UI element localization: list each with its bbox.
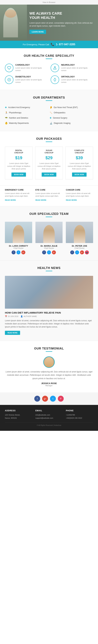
dept-surgery-label: General Surgery: [53, 117, 67, 119]
pinterest-social-button[interactable]: P: [58, 396, 64, 402]
book-complete-button[interactable]: BOOK NOW: [72, 172, 87, 176]
testimonial-avatar-img: [45, 357, 53, 367]
team-member-lara: Dr. LARA CHRISTY Chief Doctor f t g+: [5, 222, 32, 254]
cardiology-desc: Lorem ipsum dolor sit amet ligula cursus: [15, 67, 47, 72]
peter-name: Dr. PETER JOE: [66, 245, 93, 247]
peter-facebook-button[interactable]: f: [70, 250, 74, 254]
dept-maternity-icon: 👶: [5, 122, 8, 124]
neurology-name: NEUROLOGY: [61, 64, 93, 66]
packages-title: OUR PACKAGES: [5, 137, 93, 140]
footer-email-title: EMAIL: [35, 410, 63, 412]
package-sugar-price: $29: [37, 155, 61, 160]
care-cancer-title: CANCER CARE: [66, 189, 93, 191]
dept-physio-label: Physiotherapy: [9, 112, 21, 114]
dept-accident-icon: ✚: [5, 106, 7, 109]
dept-imaging-icon: 🔬: [50, 122, 52, 124]
package-complete-desc: Lorem ipsum dolor Eget cursus elit Integ…: [68, 162, 91, 170]
orthology-info: ORTHOLOGY Lorem ipsum dolor sit amet lig…: [61, 76, 93, 84]
news-read-more-button[interactable]: READ MORE: [5, 331, 20, 335]
emergency-phone[interactable]: 1- 877-947-3285: [56, 43, 75, 46]
twitter-social-button[interactable]: t: [50, 396, 56, 402]
speciality-item-orthology: ORTHOLOGY Lorem ipsum dolor sit amet lig…: [51, 76, 93, 84]
dept-surgery-icon: ✚: [50, 116, 52, 119]
hero-section: WE ALWAYS CARE YOUR HEALTH Lorem ipsum d…: [0, 4, 98, 41]
care-eye: EYE CARE Lorem ipsum dolor sit amet elit…: [35, 189, 63, 201]
peter-photo: [66, 222, 93, 243]
speciality-grid: CARDIOLOGY Lorem ipsum dolor sit amet li…: [5, 64, 93, 84]
peter-twitter-button[interactable]: t: [75, 250, 79, 254]
social-bar: f g+ t P: [0, 392, 98, 405]
package-complete: COMPLETE CHECKUP $39 Lorem ipsum dolor E…: [65, 146, 93, 180]
dept-ortho: 🦴 Orthopaedics: [50, 111, 93, 115]
lara-facebook-button[interactable]: f: [12, 250, 15, 254]
care-section: EMERGENCY CARE Lorem ipsum dolor sit ame…: [0, 186, 98, 206]
maria-name: Dr. MARIA JULIE: [35, 245, 63, 247]
facebook-social-button[interactable]: f: [34, 396, 40, 402]
dept-accident: ✚ Accident And Emergency: [5, 106, 48, 110]
dept-ortho-label: Orthopaedics: [54, 112, 65, 114]
care-emergency-title: EMERGENCY CARE: [5, 189, 32, 191]
team-divider: [46, 217, 52, 217]
footer-email-text: info@website.comsupport@website.com: [35, 414, 63, 420]
dept-ent: 👂 Ear Nose And Throat (ENT): [50, 106, 93, 110]
package-dental-type: CHECKUP: [7, 152, 30, 154]
package-complete-type: CHECKUP: [68, 152, 91, 154]
lara-twitter-button[interactable]: t: [16, 250, 20, 254]
diabetology-info: DIABETOLOGY Lorem ipsum dolor sit amet l…: [15, 76, 47, 84]
packages-grid: DENTAL CHECKUP $19 Lorem ipsum dolor Ege…: [5, 146, 93, 180]
orthology-name: ORTHOLOGY: [61, 76, 93, 78]
care-eye-link[interactable]: READ MORE: [35, 199, 46, 201]
news-author-text: AUTHOR NAME: [24, 315, 37, 317]
neurology-info: NEUROLOGY Lorem ipsum dolor sit amet lig…: [61, 64, 93, 72]
peter-instagram-button[interactable]: 📷: [85, 250, 89, 254]
speciality-item-neurology: NEUROLOGY Lorem ipsum dolor sit amet lig…: [51, 64, 93, 72]
footer-phone-text: +12456789+44(0)424 246 4422: [66, 414, 93, 420]
package-sugar-name: SUGAR: [37, 150, 61, 151]
team-section: OUR SPECIALIZED TEAM Dr. LARA CHRISTY Ch…: [0, 206, 98, 260]
testimonial-divider: [46, 351, 52, 352]
package-dental-desc: Lorem ipsum dolor Eget cursus elit Integ…: [7, 162, 30, 170]
author-icon: 👤: [21, 315, 23, 318]
book-sugar-button[interactable]: BOOK NOW: [42, 172, 56, 176]
departments-divider: [46, 100, 52, 101]
diabetology-name: DIABETOLOGY: [15, 76, 47, 78]
news-title: HEALTH NEWS: [5, 266, 93, 270]
maria-twitter-button[interactable]: t: [47, 250, 51, 254]
view-browser-text[interactable]: View In Browser: [43, 1, 55, 3]
maria-facebook-button[interactable]: f: [42, 250, 46, 254]
peter-socials: f t g+ 📷: [66, 250, 93, 254]
footer: ADDRESS 125 Victoria Street,france, 6031…: [0, 405, 98, 431]
care-cancer-link[interactable]: READ MORE: [66, 199, 77, 201]
dept-physio: 🏃 Physiotherapy: [5, 111, 48, 115]
peter-googleplus-button[interactable]: g+: [80, 250, 84, 254]
testimonial-title: OUR TESTIMONIAL: [5, 347, 93, 350]
news-article-title: HOW CAN DIET INFLAMMATORY RELIEVE PAIN: [5, 311, 93, 314]
emergency-bar: For Emergency, Please Call 📞 1- 877-947-…: [0, 41, 98, 48]
package-sugar: SUGAR CHECKUP $29 Lorem ipsum dolor Eget…: [35, 146, 63, 180]
dept-nutrition: 🥗 Nutrition and Dietetics: [5, 116, 48, 120]
dept-ent-label: Ear Nose And Throat (ENT): [54, 106, 78, 108]
departments-grid: ✚ Accident And Emergency 👂 Ear Nose And …: [5, 106, 93, 125]
dept-nutrition-label: Nutrition and Dietetics: [9, 117, 28, 119]
book-dental-button[interactable]: BOOK NOW: [11, 172, 26, 176]
package-sugar-type: CHECKUP: [37, 152, 61, 154]
news-author: 👤 AUTHOR NAME: [21, 315, 37, 318]
dept-physio-icon: 🏃: [5, 111, 8, 114]
maria-socials: f t g+: [35, 250, 63, 254]
lara-role: Chief Doctor: [5, 247, 32, 249]
learn-more-button[interactable]: LEARN MORE: [29, 30, 46, 34]
hero-image: [0, 4, 27, 41]
dept-accident-label: Accident And Emergency: [8, 106, 30, 108]
googleplus-social-button[interactable]: g+: [42, 396, 48, 402]
dept-imaging-label: Diagnostic Imaging: [54, 122, 70, 124]
dept-ortho-icon: 🦴: [50, 111, 52, 114]
footer-phone-col: PHONE +12456789+44(0)424 246 4422: [66, 410, 93, 420]
team-title: OUR SPECIALIZED TEAM: [5, 212, 93, 216]
hero-title-line2: YOUR HEALTH: [29, 16, 55, 20]
lara-googleplus-button[interactable]: g+: [21, 250, 25, 254]
maria-googleplus-button[interactable]: g+: [52, 250, 56, 254]
cardiology-name: CARDIOLOGY: [15, 64, 47, 66]
care-emergency-link[interactable]: READ MORE: [5, 199, 16, 201]
footer-address-text: 125 Victoria Street,france, 603101: [5, 414, 32, 420]
package-dental: DENTAL CHECKUP $19 Lorem ipsum dolor Ege…: [5, 146, 33, 180]
